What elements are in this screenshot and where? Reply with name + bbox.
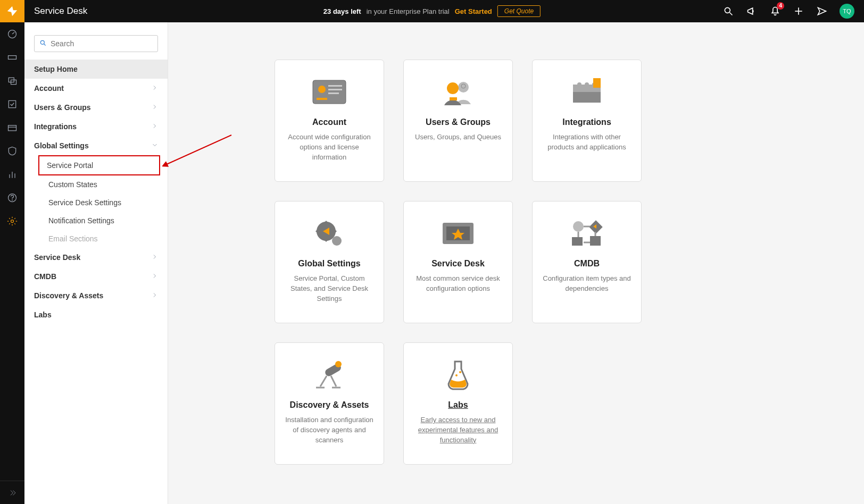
rail-expand[interactable] bbox=[0, 481, 24, 504]
card-title: Users & Groups bbox=[426, 117, 491, 127]
sidebar-custom-states[interactable]: Custom States bbox=[24, 175, 168, 194]
plus-icon[interactable] bbox=[793, 5, 804, 17]
chevron-right-icon bbox=[152, 291, 158, 300]
rail-incidents[interactable] bbox=[0, 69, 24, 93]
chevron-right-icon bbox=[152, 122, 158, 131]
sidebar-item-label: Account bbox=[34, 84, 64, 93]
card-desc: Users, Groups, and Queues bbox=[415, 132, 501, 142]
svg-rect-8 bbox=[9, 125, 16, 131]
svg-point-0 bbox=[725, 7, 730, 13]
sidebar-item-label: Discovery & Assets bbox=[34, 291, 103, 300]
svg-point-14 bbox=[12, 200, 13, 200]
sidebar-item-label: Email Sections bbox=[48, 234, 98, 243]
svg-point-31 bbox=[577, 82, 581, 87]
setup-sidebar: Setup Home Account Users & Groups Integr… bbox=[24, 22, 168, 504]
svg-rect-28 bbox=[450, 97, 457, 100]
sidebar-item-label: CMDB bbox=[34, 272, 56, 281]
sidebar-notification-settings[interactable]: Notification Settings bbox=[24, 212, 168, 230]
sidebar-item-label: Global Settings bbox=[34, 141, 89, 150]
card-labs[interactable]: Labs Early access to new and experimenta… bbox=[403, 342, 513, 465]
app-title: Service Desk bbox=[24, 6, 87, 16]
main-content: Account Account wide configuration optio… bbox=[168, 22, 864, 504]
chevron-right-icon bbox=[152, 103, 158, 112]
chevron-right-icon bbox=[152, 84, 158, 93]
card-icon bbox=[311, 357, 348, 393]
sidebar-email-sections: Email Sections bbox=[24, 230, 168, 248]
svg-rect-22 bbox=[328, 89, 342, 90]
sidebar-global-settings[interactable]: Global Settings bbox=[24, 136, 168, 155]
card-desc: Most common service desk configuration o… bbox=[413, 274, 503, 294]
card-desc: Service Portal, Custom States, and Servi… bbox=[285, 274, 374, 304]
rail-security[interactable] bbox=[0, 139, 24, 163]
send-icon[interactable] bbox=[816, 5, 828, 17]
card-title: Global Settings bbox=[298, 259, 360, 268]
svg-rect-19 bbox=[313, 80, 346, 104]
svg-rect-21 bbox=[328, 85, 342, 87]
rail-dashboard[interactable] bbox=[0, 22, 24, 46]
sidebar-cmdb[interactable]: CMDB bbox=[24, 267, 168, 286]
sidebar-item-label: Integrations bbox=[34, 122, 77, 131]
top-bar: Service Desk 23 days left in your Enterp… bbox=[0, 0, 864, 22]
sidebar-discovery-assets[interactable]: Discovery & Assets bbox=[24, 286, 168, 305]
card-desc: Configuration item types and dependencie… bbox=[542, 274, 632, 294]
card-title: Account bbox=[312, 117, 346, 127]
sidebar-setup-home[interactable]: Setup Home bbox=[24, 60, 168, 79]
card-icon bbox=[312, 74, 346, 110]
rail-help[interactable] bbox=[0, 186, 24, 209]
svg-line-46 bbox=[331, 376, 336, 387]
sidebar-labs[interactable]: Labs bbox=[24, 305, 168, 324]
search-icon bbox=[39, 39, 47, 49]
announce-icon[interactable] bbox=[746, 5, 758, 17]
bell-icon[interactable]: 4 bbox=[769, 5, 781, 17]
svg-point-50 bbox=[459, 371, 461, 373]
rail-tickets[interactable] bbox=[0, 46, 24, 69]
sidebar-item-label: Notification Settings bbox=[48, 216, 114, 225]
svg-rect-40 bbox=[572, 237, 583, 246]
card-users-groups[interactable]: Users & Groups Users, Groups, and Queues bbox=[403, 60, 513, 182]
sidebar-item-label: Setup Home bbox=[34, 65, 78, 73]
card-title: CMDB bbox=[574, 259, 600, 268]
sidebar-integrations[interactable]: Integrations bbox=[24, 117, 168, 136]
trial-days: 23 days left bbox=[323, 7, 361, 15]
sidebar-search-input[interactable] bbox=[34, 35, 158, 52]
sidebar-service-desk-settings[interactable]: Service Desk Settings bbox=[24, 194, 168, 212]
card-title: Discovery & Assets bbox=[290, 400, 369, 410]
sidebar-service-portal[interactable]: Service Portal bbox=[38, 155, 160, 175]
sidebar-users-groups[interactable]: Users & Groups bbox=[24, 98, 168, 117]
svg-point-20 bbox=[318, 86, 326, 93]
rail-tasks[interactable] bbox=[0, 93, 24, 116]
get-quote-button[interactable]: Get Quote bbox=[497, 5, 541, 17]
card-account[interactable]: Account Account wide configuration optio… bbox=[275, 60, 384, 182]
brand-logo[interactable] bbox=[0, 0, 24, 22]
user-avatar[interactable]: TQ bbox=[840, 4, 854, 19]
svg-point-32 bbox=[585, 82, 589, 87]
card-integrations[interactable]: Integrations Integrations with other pro… bbox=[532, 60, 642, 182]
sidebar-item-label: Labs bbox=[34, 310, 52, 319]
svg-rect-24 bbox=[317, 98, 327, 100]
search-icon[interactable] bbox=[722, 5, 734, 17]
card-title: Integrations bbox=[562, 117, 611, 127]
rail-reports[interactable] bbox=[0, 163, 24, 186]
sidebar-account[interactable]: Account bbox=[24, 79, 168, 98]
sidebar-service-desk[interactable]: Service Desk bbox=[24, 248, 168, 267]
get-started-link[interactable]: Get Started bbox=[455, 7, 492, 15]
notification-badge: 4 bbox=[777, 2, 784, 10]
rail-settings[interactable] bbox=[0, 209, 24, 233]
svg-point-16 bbox=[40, 40, 44, 44]
card-cmdb[interactable]: CMDB Configuration item types and depend… bbox=[532, 201, 642, 323]
card-global-settings[interactable]: Global Settings Service Portal, Custom S… bbox=[275, 201, 384, 323]
card-service-desk[interactable]: Service Desk Most common service desk co… bbox=[403, 201, 513, 323]
svg-rect-29 bbox=[573, 92, 601, 103]
svg-point-15 bbox=[11, 220, 14, 223]
card-desc: Integrations with other products and app… bbox=[542, 132, 632, 153]
card-icon bbox=[439, 74, 477, 110]
sidebar-item-label: Service Desk Settings bbox=[48, 198, 121, 207]
svg-rect-34 bbox=[593, 78, 601, 88]
chevron-right-icon bbox=[152, 272, 158, 281]
sidebar-item-label: Users & Groups bbox=[34, 103, 91, 112]
card-icon bbox=[445, 357, 471, 393]
card-icon bbox=[570, 74, 604, 110]
rail-catalog[interactable] bbox=[0, 116, 24, 139]
card-discovery-assets[interactable]: Discovery & Assets Installation and conf… bbox=[275, 342, 384, 465]
svg-point-44 bbox=[335, 361, 342, 367]
